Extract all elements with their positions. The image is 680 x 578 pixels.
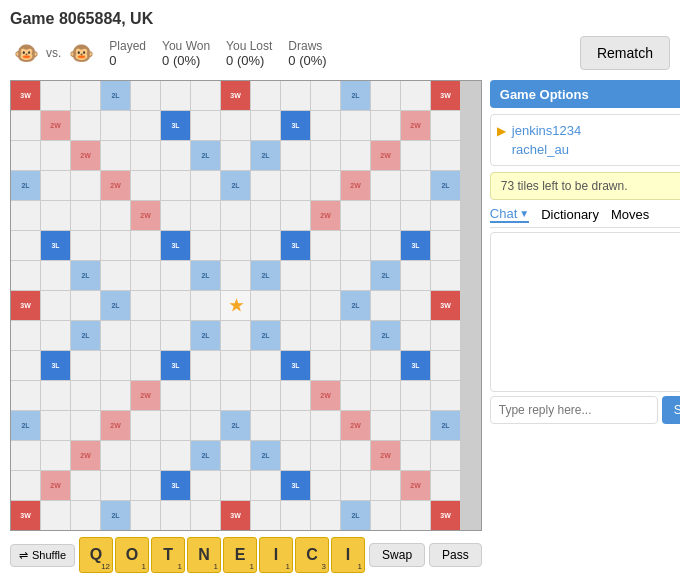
cell-1-3[interactable] [101,111,130,140]
cell-14-11[interactable]: 2L [341,501,370,530]
tab-moves[interactable]: Moves [611,207,649,222]
cell-12-14[interactable] [431,441,460,470]
cell-8-2[interactable]: 2L [71,321,100,350]
cell-3-11[interactable]: 2W [341,171,370,200]
cell-2-8[interactable]: 2L [251,141,280,170]
cell-9-3[interactable] [101,351,130,380]
send-button[interactable]: Send [662,396,680,424]
cell-13-4[interactable] [131,471,160,500]
cell-6-8[interactable]: 2L [251,261,280,290]
cell-12-1[interactable] [41,441,70,470]
cell-1-5[interactable]: 3L [161,111,190,140]
cell-7-0[interactable]: 3W [11,291,40,320]
cell-1-0[interactable] [11,111,40,140]
swap-button[interactable]: Swap [369,543,425,567]
cell-4-8[interactable] [251,201,280,230]
cell-10-6[interactable] [191,381,220,410]
cell-9-1[interactable]: 3L [41,351,70,380]
cell-10-4[interactable]: 2W [131,381,160,410]
cell-5-13[interactable]: 3L [401,231,430,260]
cell-8-11[interactable] [341,321,370,350]
cell-5-9[interactable]: 3L [281,231,310,260]
cell-10-0[interactable] [11,381,40,410]
cell-3-5[interactable] [161,171,190,200]
cell-0-5[interactable] [161,81,190,110]
cell-2-1[interactable] [41,141,70,170]
cell-14-10[interactable] [311,501,340,530]
cell-1-14[interactable] [431,111,460,140]
cell-1-11[interactable] [341,111,370,140]
cell-8-3[interactable] [101,321,130,350]
cell-6-5[interactable] [161,261,190,290]
cell-9-9[interactable]: 3L [281,351,310,380]
cell-1-8[interactable] [251,111,280,140]
cell-14-9[interactable] [281,501,310,530]
cell-2-13[interactable] [401,141,430,170]
cell-6-4[interactable] [131,261,160,290]
cell-12-0[interactable] [11,441,40,470]
cell-7-10[interactable] [311,291,340,320]
cell-0-13[interactable] [401,81,430,110]
cell-4-13[interactable] [401,201,430,230]
cell-11-10[interactable] [311,411,340,440]
cell-4-0[interactable] [11,201,40,230]
cell-0-14[interactable]: 3W [431,81,460,110]
cell-2-12[interactable]: 2W [371,141,400,170]
cell-6-13[interactable] [401,261,430,290]
tab-dictionary[interactable]: Dictionary [541,207,599,222]
cell-5-7[interactable] [221,231,250,260]
cell-13-13[interactable]: 2W [401,471,430,500]
cell-13-11[interactable] [341,471,370,500]
cell-13-6[interactable] [191,471,220,500]
cell-10-11[interactable] [341,381,370,410]
cell-0-3[interactable]: 2L [101,81,130,110]
cell-10-10[interactable]: 2W [311,381,340,410]
rack-tile-1[interactable]: O1 [115,537,149,573]
cell-13-14[interactable] [431,471,460,500]
cell-6-10[interactable] [311,261,340,290]
cell-4-2[interactable] [71,201,100,230]
cell-12-10[interactable] [311,441,340,470]
cell-3-10[interactable] [311,171,340,200]
cell-9-12[interactable] [371,351,400,380]
cell-6-7[interactable] [221,261,250,290]
cell-0-6[interactable] [191,81,220,110]
cell-6-11[interactable] [341,261,370,290]
cell-3-8[interactable] [251,171,280,200]
cell-2-9[interactable] [281,141,310,170]
cell-0-12[interactable] [371,81,400,110]
cell-2-10[interactable] [311,141,340,170]
cell-4-5[interactable] [161,201,190,230]
rematch-button[interactable]: Rematch [580,36,670,70]
cell-11-12[interactable] [371,411,400,440]
cell-2-5[interactable] [161,141,190,170]
cell-14-8[interactable] [251,501,280,530]
cell-2-7[interactable] [221,141,250,170]
cell-11-4[interactable] [131,411,160,440]
cell-6-14[interactable] [431,261,460,290]
cell-13-0[interactable] [11,471,40,500]
cell-13-12[interactable] [371,471,400,500]
cell-11-5[interactable] [161,411,190,440]
cell-7-14[interactable]: 3W [431,291,460,320]
cell-1-13[interactable]: 2W [401,111,430,140]
cell-3-13[interactable] [401,171,430,200]
cell-5-0[interactable] [11,231,40,260]
rack-tile-0[interactable]: Q12 [79,537,113,573]
cell-10-7[interactable] [221,381,250,410]
cell-8-1[interactable] [41,321,70,350]
cell-9-8[interactable] [251,351,280,380]
cell-2-2[interactable]: 2W [71,141,100,170]
cell-8-6[interactable]: 2L [191,321,220,350]
cell-12-9[interactable] [281,441,310,470]
cell-14-1[interactable] [41,501,70,530]
cell-5-2[interactable] [71,231,100,260]
cell-14-3[interactable]: 2L [101,501,130,530]
cell-10-5[interactable] [161,381,190,410]
cell-4-11[interactable] [341,201,370,230]
cell-0-11[interactable]: 2L [341,81,370,110]
cell-5-4[interactable] [131,231,160,260]
cell-3-0[interactable]: 2L [11,171,40,200]
cell-11-3[interactable]: 2W [101,411,130,440]
cell-11-0[interactable]: 2L [11,411,40,440]
